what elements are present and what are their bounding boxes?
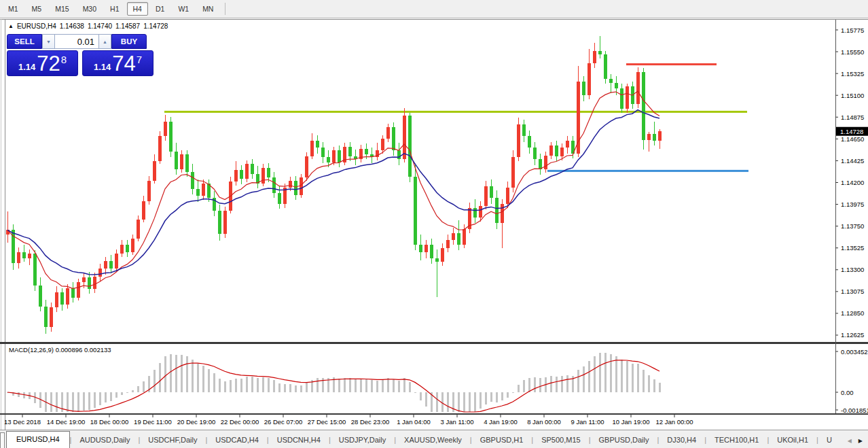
chart-background <box>0 18 868 430</box>
tab-xauusd-weekly[interactable]: XAUUSD,Weekly <box>396 433 470 448</box>
timeframe-toolbar: M1M5M15M30H1H4D1W1MN <box>0 0 868 18</box>
current-price-value: 1.14728 <box>840 128 863 135</box>
macd-axis-label: 0.00 <box>841 389 854 396</box>
timeframe-button-d1[interactable]: D1 <box>149 2 170 16</box>
timeframe-button-h4[interactable]: H4 <box>127 2 148 16</box>
macd-axis-label: 0.003452 <box>841 348 868 356</box>
tab-gbpusd-h1[interactable]: GBPUSD,H1 <box>472 433 532 448</box>
time-axis-label: 27 Dec 15:00 <box>308 418 346 426</box>
tab-scroll-left-icon[interactable]: ◀ <box>848 438 852 444</box>
tab-ukoil-h1[interactable]: UKOil,H1 <box>769 433 816 448</box>
price-axis-label: 1.15325 <box>841 70 864 77</box>
time-axis-label: 10 Jan 19:00 <box>613 418 650 426</box>
time-axis-label: 4 Jan 19:00 <box>484 418 518 426</box>
price-axis-label: 1.15100 <box>841 92 864 99</box>
price-axis-label: 1.13750 <box>841 222 864 230</box>
timeframe-button-m5[interactable]: M5 <box>26 2 48 16</box>
macd-axis-label: -0.001851 <box>841 407 868 414</box>
tab-audusd-daily[interactable]: AUDUSD,Daily <box>71 433 138 448</box>
timeframe-button-m1[interactable]: M1 <box>2 2 24 16</box>
price-axis-label: 1.13525 <box>841 244 864 252</box>
tab-usdjpy-daily[interactable]: USDJPY,Daily <box>331 433 395 448</box>
tab-tech100-h1[interactable]: TECH100,H1 <box>706 433 767 448</box>
ohlc-open: 1.14638 <box>60 22 84 30</box>
chart-tab-bar: EURUSD,H4|AUDUSD,Daily|USDCHF,Daily|USDC… <box>0 430 868 448</box>
collapse-triangle-icon[interactable]: ▲ <box>8 24 14 29</box>
time-axis-label: 19 Dec 11:00 <box>134 418 172 426</box>
price-axis-label: 1.13075 <box>841 288 864 295</box>
price-axis-label: 1.15550 <box>841 48 864 56</box>
sell-price-base: 1.14 <box>18 61 35 74</box>
timeframe-button-m30[interactable]: M30 <box>77 2 103 16</box>
price-axis-label: 1.12850 <box>841 309 864 317</box>
sell-price-panel[interactable]: 1.14728 <box>7 50 78 76</box>
timeframe-button-mn[interactable]: MN <box>196 2 219 16</box>
buy-price-base: 1.14 <box>94 61 111 74</box>
time-axis-label: 13 Dec 2018 <box>4 418 41 426</box>
tab-u[interactable]: U <box>818 433 840 448</box>
tab-dj30-h4[interactable]: DJ30,H4 <box>659 433 704 448</box>
sell-button[interactable]: SELL <box>7 34 42 49</box>
price-axis-label: 1.13975 <box>841 201 864 208</box>
tab-scroll-buttons: ◀▶ <box>845 438 868 448</box>
time-axis-label: 28 Dec 23:00 <box>351 418 390 426</box>
sell-price-point: 8 <box>61 54 67 65</box>
price-axis-label: 1.13300 <box>841 266 864 273</box>
tab-gbpusd-daily[interactable]: GBPUSD,Daily <box>591 433 657 448</box>
price-axis-label: 1.14650 <box>841 135 864 143</box>
time-axis-label: 1 Jan 04:00 <box>397 418 431 426</box>
chart-ohlc-header: ▲ EURUSD,H4 1.14638 1.14740 1.14587 1.14… <box>8 22 168 30</box>
tab-sp500-m15[interactable]: SP500,M15 <box>533 433 588 448</box>
buy-price-point: 7 <box>137 54 142 65</box>
tab-usdchf-daily[interactable]: USDCHF,Daily <box>140 433 205 448</box>
lot-decrease-button[interactable]: ▼ <box>42 34 55 49</box>
chart-symbol-label: EURUSD,H4 <box>17 22 56 30</box>
time-axis-label: 26 Dec 07:00 <box>264 418 303 426</box>
yellow-level-line[interactable] <box>164 111 747 113</box>
time-axis-label: 12 Jan 00:00 <box>656 418 693 426</box>
price-axis[interactable]: 1.157751.155501.153251.151001.148751.146… <box>835 27 868 339</box>
price-axis-label: 1.14200 <box>841 179 864 186</box>
timeframe-button-w1[interactable]: W1 <box>172 2 195 16</box>
tab-strip-stub <box>0 432 5 448</box>
pane-splitter[interactable] <box>0 342 868 344</box>
one-click-trading-widget: SELL ▼ ▲ BUY 1.14728 1.14747 <box>7 34 153 76</box>
time-axis-label: 9 Jan 11:00 <box>571 418 604 426</box>
price-axis-label: 1.15775 <box>841 27 864 34</box>
resistance-line[interactable] <box>626 63 717 65</box>
ohlc-low: 1.14587 <box>115 22 140 30</box>
time-axis-label: 18 Dec 00:00 <box>90 418 129 426</box>
time-axis-label: 3 Jan 11:00 <box>441 418 474 426</box>
ohlc-close: 1.14728 <box>143 22 168 30</box>
toolbar-separator <box>225 3 225 15</box>
sell-price-pips: 72 <box>37 54 60 73</box>
tab-usdcnh-h4[interactable]: USDCNH,H4 <box>269 433 329 448</box>
time-axis-label: 8 Jan 00:00 <box>527 418 561 426</box>
buy-price-panel[interactable]: 1.14747 <box>82 50 153 76</box>
tab-scroll-right-icon[interactable]: ▶ <box>858 438 863 444</box>
price-axis-label: 1.14875 <box>841 114 864 121</box>
price-axis-label: 1.12625 <box>841 331 864 339</box>
time-axis-label: 20 Dec 19:00 <box>177 418 216 426</box>
time-axis-label: 14 Dec 19:00 <box>47 418 86 426</box>
timeframe-button-m15[interactable]: M15 <box>49 2 75 16</box>
macd-indicator-label: MACD(12,26,9) 0.000896 0.002133 <box>9 346 111 354</box>
price-axis-label: 1.14425 <box>841 157 864 165</box>
tab-eurusd-h4[interactable]: EURUSD,H4 <box>6 431 70 448</box>
tab-usdcad-h4[interactable]: USDCAD,H4 <box>207 433 267 448</box>
lot-size-input[interactable] <box>55 34 98 49</box>
time-axis-label: 22 Dec 00:00 <box>221 418 259 426</box>
buy-price-pips: 74 <box>112 54 135 73</box>
ohlc-high: 1.14740 <box>88 22 112 30</box>
mt4-window: 1.157751.155501.153251.151001.148751.146… <box>0 0 868 448</box>
buy-button[interactable]: BUY <box>111 34 147 49</box>
lot-increase-button[interactable]: ▲ <box>98 34 111 49</box>
support-line[interactable] <box>547 170 748 172</box>
timeframe-button-h1[interactable]: H1 <box>104 2 125 16</box>
